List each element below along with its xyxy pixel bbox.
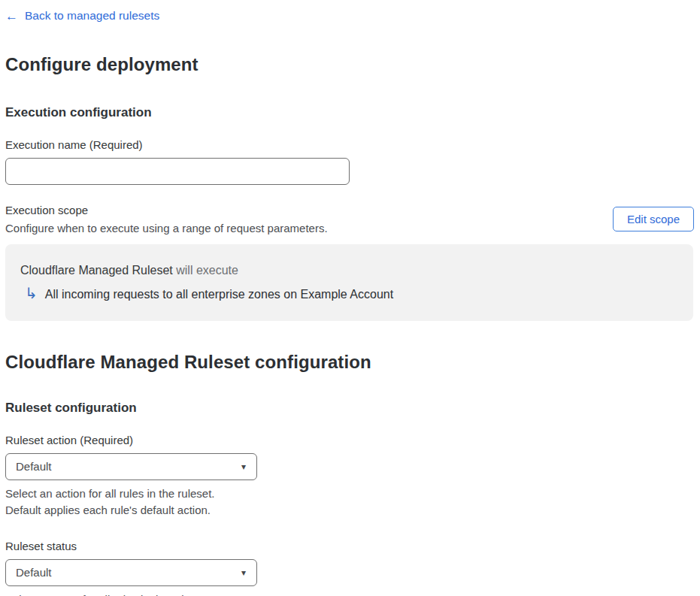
ruleset-status-help: Select a status for all rules in the rul… — [5, 591, 694, 596]
ruleset-action-help-line-1: Select an action for all rules in the ru… — [5, 486, 694, 502]
back-arrow-icon: ← — [5, 10, 18, 23]
chevron-down-icon: ▾ — [241, 462, 246, 471]
back-link-label: Back to managed rulesets — [25, 9, 159, 23]
ruleset-name: Cloudflare Managed Ruleset — [20, 264, 173, 277]
will-execute-text: will execute — [173, 264, 238, 277]
ruleset-action-value: Default — [16, 460, 52, 473]
ruleset-status-label: Ruleset status — [5, 540, 694, 552]
ruleset-action-help-line-2: Default applies each rule's default acti… — [5, 502, 694, 519]
execution-scope-description: Configure when to execute using a range … — [5, 222, 328, 234]
ruleset-action-help: Select an action for all rules in the ru… — [5, 486, 694, 519]
edit-scope-button[interactable]: Edit scope — [613, 207, 694, 231]
execution-name-input[interactable] — [5, 158, 350, 185]
execution-scope-row: Execution scope Configure when to execut… — [5, 204, 694, 234]
execution-summary-panel: Cloudflare Managed Ruleset will execute … — [5, 244, 693, 321]
hook-arrow-icon: ↳ — [25, 286, 38, 301]
chevron-down-icon: ▾ — [241, 568, 246, 577]
execution-scope-text: Execution scope Configure when to execut… — [5, 204, 328, 234]
back-to-managed-rulesets-link[interactable]: ← Back to managed rulesets — [5, 9, 159, 23]
execution-scope-label: Execution scope — [5, 204, 328, 216]
execution-scope-summary: ↳ All incoming requests to all enterpris… — [20, 287, 678, 302]
ruleset-status-value: Default — [16, 566, 52, 579]
execution-configuration-heading: Execution configuration — [5, 105, 694, 120]
ruleset-action-label: Ruleset action (Required) — [5, 434, 694, 446]
ruleset-status-select[interactable]: Default ▾ — [5, 559, 257, 586]
ruleset-action-select[interactable]: Default ▾ — [5, 453, 257, 480]
execution-name-label: Execution name (Required) — [5, 138, 694, 151]
ruleset-configuration-title: Cloudflare Managed Ruleset configuration — [5, 352, 694, 373]
execution-summary-line: Cloudflare Managed Ruleset will execute — [20, 264, 678, 277]
page-title: Configure deployment — [5, 54, 694, 75]
scope-summary-text: All incoming requests to all enterprise … — [45, 288, 393, 301]
ruleset-configuration-heading: Ruleset configuration — [5, 401, 694, 416]
